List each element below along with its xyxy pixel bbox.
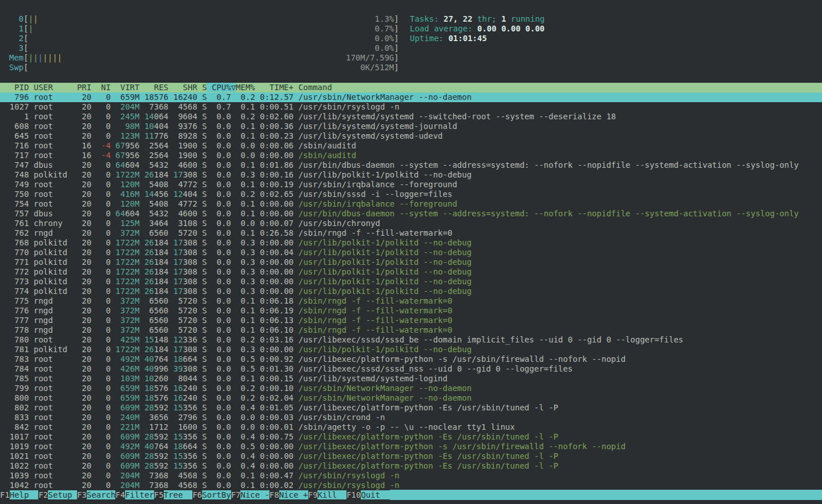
- process-row-772[interactable]: 772 polkitd 20 0 1722M 26184 17308 S 0.0…: [0, 267, 822, 277]
- cell-res: [139, 189, 144, 199]
- column-header-res[interactable]: RES: [139, 83, 168, 92]
- process-row-800[interactable]: 800 root 20 0 659M 18576 16240 S 0.0 0.2…: [0, 393, 822, 403]
- process-row-1017[interactable]: 1017 root 20 0 609M 28592 15356 S 0.0 0.…: [0, 432, 822, 442]
- cell-time: 0:00.10: [255, 384, 293, 393]
- meter-bar-green: |: [29, 24, 33, 33]
- fnkey-f3[interactable]: F3Search: [77, 490, 115, 500]
- process-row-717[interactable]: 717 root 16 -4 67956 2564 1900 S 0.0 0.0…: [0, 151, 822, 160]
- column-header-ni[interactable]: NI: [91, 83, 111, 92]
- process-row-777[interactable]: 777 rngd 20 0 372M 6560 5720 S 0.0 0.1 0…: [0, 316, 822, 325]
- cell-shr: [168, 442, 173, 451]
- column-header-user[interactable]: USER: [34, 83, 77, 92]
- process-row-799[interactable]: 799 root 20 0 659M 18576 16240 S 0.0 0.2…: [0, 384, 822, 393]
- fnkey-f7[interactable]: F7Nice -: [231, 490, 269, 500]
- cell-command: /sbin/rngd -f --fill-watermark=0: [299, 296, 453, 305]
- cell-virt: 1722M: [115, 238, 139, 247]
- cell-pri: 20: [77, 413, 91, 422]
- cell-virt: 956: [125, 141, 139, 150]
- fnkey-f8[interactable]: F8Nice +: [269, 490, 308, 500]
- process-row-778[interactable]: 778 rngd 20 0 372M 6560 5720 S 0.0 0.1 0…: [0, 325, 822, 335]
- fnkey-f2[interactable]: F2Setup: [38, 490, 76, 500]
- process-row-780[interactable]: 780 root 20 0 425M 15148 12336 S 0.0 0.2…: [0, 335, 822, 345]
- cell-shr: 308: [183, 238, 197, 247]
- column-header-command[interactable]: Command: [299, 83, 332, 92]
- cell-pid: 1027: [0, 102, 29, 111]
- fnkey-f6[interactable]: F6SortBy: [192, 490, 231, 500]
- fnkey-action-search: Search: [87, 490, 116, 499]
- process-row-775[interactable]: 775 rngd 20 0 372M 6560 5720 S 0.0 0.1 0…: [0, 296, 822, 306]
- process-row-762[interactable]: 762 rngd 20 0 372M 6560 5720 S 0.0 0.1 0…: [0, 228, 822, 238]
- column-header-pri[interactable]: PRI: [77, 83, 91, 92]
- process-row-785[interactable]: 785 root 20 0 103M 10260 8044 S 0.0 0.1 …: [0, 374, 822, 384]
- cell-gap: [231, 354, 236, 364]
- cell-command: /usr/libexec/platform-python -Es /usr/sb…: [299, 451, 558, 461]
- process-row-1022[interactable]: 1022 root 20 0 609M 28592 15356 S 0.0 0.…: [0, 461, 822, 471]
- fnkey-label: F4: [115, 490, 125, 499]
- column-header-pid[interactable]: PID: [0, 83, 29, 92]
- cell-ni: 0: [91, 306, 111, 315]
- cell-gap: [29, 422, 34, 432]
- cell-ni: 0: [91, 354, 111, 364]
- process-row-748[interactable]: 748 polkitd 20 0 1722M 26184 17308 S 0.0…: [0, 170, 822, 180]
- process-row-757[interactable]: 757 dbus 20 0 64604 5432 4600 S 0.0 0.1 …: [0, 209, 822, 219]
- fnkey-f4[interactable]: F4Filter: [115, 490, 154, 500]
- process-row-802[interactable]: 802 root 20 0 609M 28592 15356 S 0.0 0.4…: [0, 403, 822, 413]
- process-row-1039[interactable]: 1039 root 20 0 204M 7368 4568 S 0.0 0.1 …: [0, 471, 822, 481]
- process-row-784[interactable]: 784 root 20 0 426M 40996 39308 S 0.0 0.5…: [0, 364, 822, 374]
- process-row-749[interactable]: 749 root 20 0 120M 5408 4772 S 0.0 0.1 0…: [0, 180, 822, 189]
- cell-gap: [293, 209, 298, 218]
- cell-virt: [111, 335, 120, 344]
- process-row-796[interactable]: 796 root 20 0 659M 18576 16240 S 0.7 0.2…: [0, 92, 822, 102]
- process-row-768[interactable]: 768 polkitd 20 0 1722M 26184 17308 S 0.0…: [0, 238, 822, 248]
- meter-close-bracket: ]: [394, 43, 398, 53]
- process-row-1019[interactable]: 1019 root 20 0 492M 40764 18664 S 0.0 0.…: [0, 442, 822, 451]
- process-row-776[interactable]: 776 rngd 20 0 372M 6560 5720 S 0.0 0.1 0…: [0, 306, 822, 316]
- cell-user: root: [34, 413, 77, 422]
- meter-open-bracket: [: [23, 43, 28, 53]
- process-row-645[interactable]: 645 root 20 0 123M 11776 8928 S 0.0 0.1 …: [0, 131, 822, 141]
- cell-user: polkitd: [34, 248, 77, 257]
- cell-shr: [168, 432, 173, 441]
- column-header-virt[interactable]: VIRT: [111, 83, 140, 92]
- cell-shr: [168, 461, 173, 470]
- fnkey-f9[interactable]: F9Kill: [308, 490, 346, 500]
- header-gap[interactable]: [29, 83, 34, 92]
- process-row-750[interactable]: 750 root 20 0 416M 14456 12404 S 0.0 0.2…: [0, 189, 822, 199]
- process-row-783[interactable]: 783 root 20 0 492M 40764 18664 S 0.0 0.5…: [0, 354, 822, 364]
- process-row-608[interactable]: 608 root 20 0 98M 10404 9376 S 0.0 0.1 0…: [0, 122, 822, 131]
- cell-command: /sbin/agetty -o -p -- \u --noclear tty1 …: [299, 422, 515, 432]
- column-header-cpu-sorted[interactable]: CPU%▽: [207, 83, 236, 92]
- fnkey-f5[interactable]: F5Tree: [154, 490, 192, 500]
- header-gap[interactable]: [293, 83, 298, 92]
- fnkey-f1[interactable]: F1Help: [0, 490, 38, 500]
- process-table: PID USER PRI NI VIRT RES SHR S CPU%▽MEM%…: [0, 83, 822, 490]
- column-header-mem[interactable]: MEM%: [236, 83, 255, 92]
- fnkey-f10[interactable]: F10Quit: [346, 490, 390, 500]
- process-row-761[interactable]: 761 chrony 20 0 125M 3464 3108 S 0.0 0.0…: [0, 219, 822, 228]
- process-row-773[interactable]: 773 polkitd 20 0 1722M 26184 17308 S 0.0…: [0, 277, 822, 287]
- process-row-1042[interactable]: 1042 root 20 0 204M 7368 4568 S 0.0 0.1 …: [0, 481, 822, 490]
- process-row-781[interactable]: 781 polkitd 20 0 1722M 26184 17308 S 0.0…: [0, 345, 822, 354]
- column-header-state[interactable]: S: [198, 83, 207, 92]
- cell-user: rngd: [34, 325, 77, 334]
- process-row-833[interactable]: 833 root 20 0 240M 3656 2796 S 0.0 0.0 0…: [0, 413, 822, 422]
- process-row-754[interactable]: 754 root 20 0 120M 5408 4772 S 0.0 0.1 0…: [0, 199, 822, 209]
- process-row-771[interactable]: 771 polkitd 20 0 1722M 26184 17308 S 0.0…: [0, 257, 822, 267]
- process-row-774[interactable]: 774 polkitd 20 0 1722M 26184 17308 S 0.0…: [0, 287, 822, 296]
- cell-res: 26: [144, 267, 154, 276]
- process-row-1027[interactable]: 1027 root 20 0 204M 7368 4568 S 0.7 0.1 …: [0, 102, 822, 112]
- fnkey-label: F1: [0, 490, 10, 499]
- column-header-shr[interactable]: SHR: [168, 83, 198, 92]
- process-row-770[interactable]: 770 polkitd 20 0 1722M 26184 17308 S 0.0…: [0, 248, 822, 257]
- process-row-747[interactable]: 747 dbus 20 0 64604 5432 4600 S 0.0 0.1 …: [0, 160, 822, 170]
- cell-user: root: [34, 141, 77, 150]
- cell-state: S: [198, 442, 207, 451]
- process-row-1021[interactable]: 1021 root 20 0 609M 28592 15356 S 0.0 0.…: [0, 451, 822, 461]
- cell-mem: 0.3: [236, 170, 255, 179]
- process-row-716[interactable]: 716 root 16 -4 67956 2564 1900 S 0.0 0.0…: [0, 141, 822, 151]
- process-row-842[interactable]: 842 root 20 0 221M 1712 1600 S 0.0 0.0 0…: [0, 422, 822, 432]
- process-row-1[interactable]: 1 root 20 0 245M 14064 9604 S 0.0 0.2 0:…: [0, 112, 822, 122]
- cell-res: [139, 248, 144, 257]
- cell-res: 26: [144, 277, 154, 286]
- column-header-time[interactable]: TIME+: [255, 83, 293, 92]
